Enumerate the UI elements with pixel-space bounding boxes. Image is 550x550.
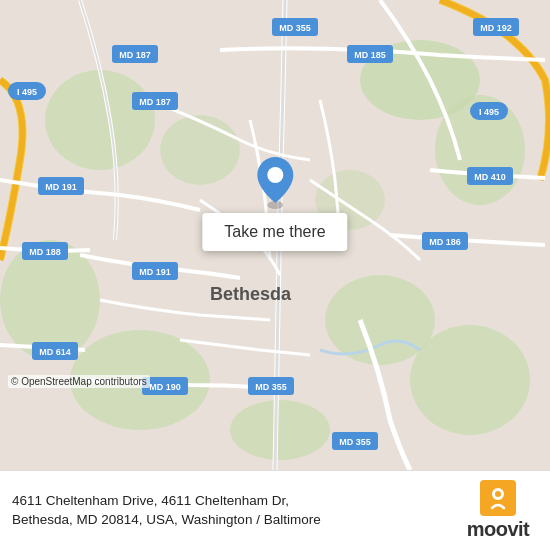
svg-text:MD 186: MD 186 — [429, 237, 461, 247]
moovit-logo: moovit — [458, 480, 538, 541]
svg-text:I 495: I 495 — [17, 87, 37, 97]
address-block: 4611 Cheltenham Drive, 4611 Cheltenham D… — [12, 492, 458, 530]
svg-text:MD 187: MD 187 — [119, 50, 151, 60]
svg-text:I 495: I 495 — [479, 107, 499, 117]
address-line1: 4611 Cheltenham Drive, 4611 Cheltenham D… — [12, 492, 458, 511]
svg-text:MD 185: MD 185 — [354, 50, 386, 60]
svg-point-8 — [230, 400, 330, 460]
svg-text:MD 192: MD 192 — [480, 23, 512, 33]
svg-text:MD 188: MD 188 — [29, 247, 61, 257]
map-container: Bethesda MD 192 MD 355 MD 185 MD 187 I 4… — [0, 0, 550, 470]
address-line2: Bethesda, MD 20814, USA, Washington / Ba… — [12, 511, 458, 530]
svg-text:MD 191: MD 191 — [45, 182, 77, 192]
moovit-icon — [480, 480, 516, 516]
svg-text:MD 355: MD 355 — [339, 437, 371, 447]
svg-point-6 — [325, 275, 435, 365]
svg-point-45 — [267, 167, 283, 183]
moovit-text: moovit — [467, 518, 530, 541]
svg-point-7 — [410, 325, 530, 435]
info-bar: 4611 Cheltenham Drive, 4611 Cheltenham D… — [0, 470, 550, 550]
svg-text:MD 187: MD 187 — [139, 97, 171, 107]
svg-text:MD 355: MD 355 — [255, 382, 287, 392]
location-pin-icon — [253, 155, 297, 209]
svg-text:Bethesda: Bethesda — [210, 284, 292, 304]
take-me-there-button[interactable]: Take me there — [202, 213, 347, 251]
svg-text:MD 410: MD 410 — [474, 172, 506, 182]
svg-text:MD 614: MD 614 — [39, 347, 71, 357]
svg-text:MD 355: MD 355 — [279, 23, 311, 33]
osm-credit: © OpenStreetMap contributors — [8, 375, 150, 388]
svg-point-48 — [495, 491, 501, 497]
svg-text:MD 190: MD 190 — [149, 382, 181, 392]
button-container: Take me there — [202, 155, 347, 251]
svg-text:MD 191: MD 191 — [139, 267, 171, 277]
svg-point-3 — [45, 70, 155, 170]
